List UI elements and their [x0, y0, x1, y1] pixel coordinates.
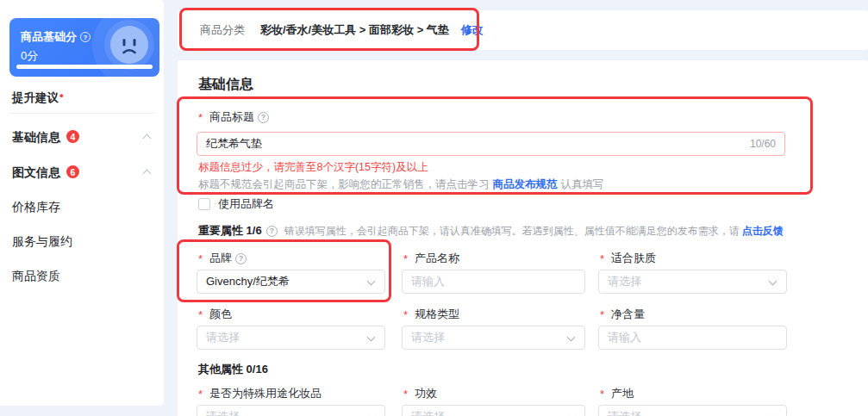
skin-type-label-text: 适合肤质: [611, 251, 656, 266]
brand-select[interactable]: Givenchy/纪梵希: [197, 270, 385, 294]
checkbox-box[interactable]: [198, 198, 210, 210]
origin-label: * 产地: [600, 386, 787, 401]
field-special-cosmetics: * 是否为特殊用途化妆品 请选择: [197, 386, 385, 416]
required-asterisk: *: [403, 308, 408, 321]
important-attrs-warning: 错误填写属性，会引起商品下架，请认真准确填写。若遇到属性、属性值不能满足您的发布…: [284, 224, 740, 239]
required-asterisk: *: [198, 111, 203, 124]
category-breadcrumb: 彩妆/香水/美妆工具 > 面部彩妆 > 气垫: [260, 22, 449, 38]
required-asterisk: *: [600, 308, 604, 321]
feedback-link[interactable]: 点击反馈: [742, 224, 784, 239]
required-asterisk: *: [600, 388, 604, 400]
required-asterisk: *: [198, 252, 203, 265]
error-count-badge: 4: [66, 130, 79, 143]
chevron-up-icon: [143, 170, 152, 178]
help-icon[interactable]: ?: [235, 253, 247, 264]
sidebar-item-basic-info[interactable]: 基础信息4: [12, 127, 153, 147]
net-content-label: * 净含量: [600, 307, 787, 322]
title-help-text: 标题不规范会引起商品下架，影响您的正常销售，请点击学习商品发布规范认真填写: [198, 177, 604, 192]
special-cosmetics-select[interactable]: 请选择: [197, 405, 385, 416]
product-title-input[interactable]: 纪梵希气垫 10/60: [197, 132, 785, 156]
net-content-input[interactable]: 请输入: [598, 326, 787, 350]
origin-label-text: 产地: [611, 386, 634, 401]
main-panel: 基础信息 * 商品标题 ? 纪梵希气垫 10/60 标题信息过少，请完善至8个汉…: [178, 60, 868, 416]
help-icon[interactable]: ?: [266, 226, 278, 237]
product-title-label-text: 商品标题: [209, 109, 254, 125]
section-title: 基础信息: [198, 76, 253, 94]
origin-select[interactable]: 请选择: [598, 405, 787, 416]
special-cosmetics-label-text: 是否为特殊用途化妆品: [209, 386, 322, 401]
product-score-card: 商品基础分 ? 0分: [9, 18, 159, 77]
category-bar: 商品分类 彩妆/香水/美妆工具 > 面部彩妆 > 气垫 修改: [178, 10, 868, 50]
required-asterisk: *: [403, 388, 408, 400]
placeholder-text: 请输入: [403, 270, 584, 293]
publish-rules-link[interactable]: 商品发布规范: [493, 178, 558, 190]
sidebar-item-image-text-info[interactable]: 图文信息6: [12, 162, 153, 183]
brand-label: * 品牌 ?: [198, 251, 385, 266]
required-asterisk: *: [600, 252, 604, 265]
color-select[interactable]: 请选择: [197, 326, 385, 350]
placeholder-text: 请选择: [403, 406, 584, 416]
chevron-up-icon: [143, 134, 152, 143]
sidebar-item-label: 服务与履约: [12, 234, 72, 248]
sidebar-divider: [9, 113, 155, 114]
help-icon[interactable]: ?: [80, 32, 91, 42]
sidebar: 商品基础分 ? 0分 提升建议• 基础信息4 图文信息6 价格库存 服务与履约 …: [0, 0, 164, 406]
error-count-badge: 6: [66, 165, 79, 178]
checkbox-label: 使用品牌名: [218, 196, 274, 212]
spec-type-label: * 规格类型: [403, 307, 585, 322]
suggestion-label: 提升建议: [12, 91, 59, 104]
sidebar-item-label: 图文信息: [12, 165, 60, 179]
sidebar-item-label: 商品资质: [12, 269, 60, 283]
placeholder-text: 请选择: [403, 326, 584, 349]
brand-value: Givenchy/纪梵希: [197, 270, 384, 293]
field-brand: * 品牌 ? Givenchy/纪梵希: [197, 251, 385, 301]
score-card-title: 商品基础分 ?: [21, 29, 91, 45]
effect-label: * 功效: [403, 386, 585, 401]
help-prefix: 标题不规范会引起商品下架，影响您的正常销售，请点击学习: [198, 178, 490, 190]
important-attrs-title: 重要属性 1/6: [198, 223, 262, 239]
field-origin: * 产地 请选择: [598, 386, 787, 416]
effect-select[interactable]: 请选择: [402, 405, 585, 416]
placeholder-text: 请选择: [599, 406, 786, 416]
required-asterisk: *: [198, 308, 203, 321]
net-content-label-text: 净含量: [611, 307, 645, 322]
field-spec-type: * 规格类型 请选择: [402, 307, 585, 357]
required-asterisk: *: [198, 388, 203, 400]
product-name-label-text: 产品名称: [415, 251, 459, 266]
required-dot: •: [59, 89, 64, 102]
color-label-text: 颜色: [209, 307, 232, 322]
sidebar-item-qualification[interactable]: 商品资质: [12, 265, 153, 286]
score-value: 0分: [21, 48, 38, 64]
placeholder-text: 请输入: [599, 326, 786, 349]
skin-type-label: * 适合肤质: [600, 251, 787, 266]
sidebar-item-suggestions[interactable]: 提升建议•: [12, 89, 64, 106]
placeholder-text: 请选择: [599, 270, 786, 293]
use-brand-name-checkbox[interactable]: 使用品牌名: [198, 196, 274, 212]
other-attrs-title: 其他属性 0/16: [198, 362, 268, 377]
sidebar-item-label: 价格库存: [12, 200, 60, 214]
char-counter: 10/60: [750, 138, 776, 150]
spec-type-label-text: 规格类型: [415, 307, 459, 322]
product-name-input[interactable]: 请输入: [402, 270, 585, 294]
sidebar-item-label: 基础信息: [12, 130, 60, 144]
product-name-label: * 产品名称: [403, 251, 585, 266]
spec-type-select[interactable]: 请选择: [402, 326, 585, 350]
product-title-label: * 商品标题 ?: [198, 109, 269, 125]
sad-face-icon: [110, 26, 148, 64]
product-title-value: 纪梵希气垫: [206, 136, 750, 152]
help-icon[interactable]: ?: [258, 112, 269, 123]
category-label: 商品分类: [200, 22, 245, 38]
score-progress-bar: [16, 65, 153, 69]
placeholder-text: 请选择: [197, 326, 384, 349]
title-error-message: 标题信息过少，请完善至8个汉字(15字符)及以上: [198, 160, 428, 175]
help-suffix: 认真填写: [561, 178, 604, 190]
sidebar-item-service-fulfillment[interactable]: 服务与履约: [12, 231, 153, 251]
category-edit-link[interactable]: 修改: [461, 22, 484, 38]
skin-type-select[interactable]: 请选择: [598, 270, 787, 294]
placeholder-text: 请选择: [197, 406, 384, 416]
field-product-name: * 产品名称 请输入: [402, 251, 585, 301]
sidebar-item-price-stock[interactable]: 价格库存: [12, 196, 153, 217]
brand-label-text: 品牌: [209, 251, 232, 266]
field-net-content: * 净含量 请输入: [598, 307, 787, 357]
important-attrs-header: 重要属性 1/6 ? 错误填写属性，会引起商品下架，请认真准确填写。若遇到属性、…: [198, 223, 784, 239]
